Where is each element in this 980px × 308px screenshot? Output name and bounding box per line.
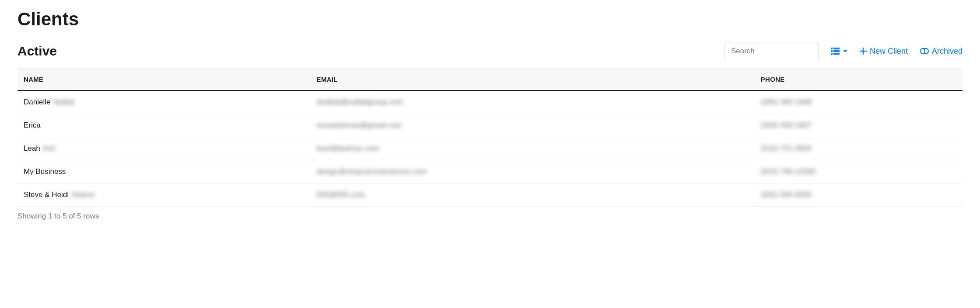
search-input[interactable]	[724, 42, 819, 60]
plus-icon	[860, 48, 867, 55]
name-visible: Leah	[24, 144, 40, 153]
svg-rect-3	[833, 50, 840, 52]
cell-email: design@shaynaroseinteriors.com	[311, 160, 755, 183]
toolbar-actions: New Client Archived	[724, 42, 962, 60]
name-visible: Erica	[24, 121, 41, 130]
name-blurred: Naftali	[53, 98, 74, 107]
cell-phone: (303) 400-1807	[755, 114, 962, 137]
table-row[interactable]: Erica ericastehnow@gmail.com (303) 400-1…	[18, 114, 962, 137]
table-footer: Showing 1 to 5 of 5 rows	[18, 212, 962, 221]
cell-email: 555@555.com	[311, 183, 755, 207]
column-header-phone[interactable]: PHONE	[755, 69, 962, 91]
name-visible: Danielle	[24, 98, 50, 107]
page-title: Clients	[18, 9, 962, 30]
cell-phone: (610) 766-10260	[755, 160, 962, 183]
table-row[interactable]: Leah Ash leah@lashnyc.com (516) 721-4826	[18, 137, 962, 160]
new-client-label: New Client	[870, 47, 908, 56]
name-visible: My Business	[24, 167, 66, 176]
archived-label: Archived	[932, 47, 962, 56]
svg-rect-0	[831, 48, 833, 49]
cell-name: Leah Ash	[18, 137, 311, 160]
section-title: Active	[18, 44, 57, 59]
name-visible: Steve & Heidi	[24, 190, 69, 199]
name-blurred: Ash	[43, 144, 56, 153]
cell-phone: (305) 305-1648	[755, 90, 962, 114]
cell-email: leah@lashnyc.com	[311, 137, 755, 160]
clients-table: NAME EMAIL PHONE Danielle Naftali dnafta…	[18, 68, 962, 207]
cell-phone: (555) 555-5555	[755, 183, 962, 207]
cell-name: My Business	[18, 160, 311, 183]
column-header-email[interactable]: EMAIL	[311, 69, 755, 91]
svg-rect-5	[833, 53, 840, 55]
name-blurred: Adams	[71, 190, 94, 199]
archived-button[interactable]: Archived	[920, 47, 962, 56]
table-row[interactable]: Danielle Naftali dnaftali@naftaligroup.c…	[18, 90, 962, 114]
svg-rect-1	[833, 48, 840, 49]
cell-name: Steve & Heidi Adams	[18, 183, 311, 207]
column-header-name[interactable]: NAME	[18, 69, 311, 91]
table-row[interactable]: Steve & Heidi Adams 555@555.com (555) 55…	[18, 183, 962, 207]
cell-name: Erica	[18, 114, 311, 137]
archive-icon	[920, 48, 929, 54]
view-toggle-button[interactable]	[831, 48, 847, 55]
cell-phone: (516) 721-4826	[755, 137, 962, 160]
cell-email: dnaftali@naftaligroup.com	[311, 90, 755, 114]
new-client-button[interactable]: New Client	[860, 47, 908, 56]
cell-email: ericastehnow@gmail.com	[311, 114, 755, 137]
svg-rect-4	[831, 53, 833, 55]
cell-name: Danielle Naftali	[18, 90, 311, 114]
table-header-row: NAME EMAIL PHONE	[18, 69, 962, 91]
chevron-down-icon	[843, 50, 847, 52]
toolbar: Active New Client Archive	[18, 42, 962, 60]
svg-rect-2	[831, 50, 833, 52]
table-row[interactable]: My Business design@shaynaroseinteriors.c…	[18, 160, 962, 183]
svg-point-6	[920, 48, 925, 54]
list-view-icon	[831, 48, 840, 55]
